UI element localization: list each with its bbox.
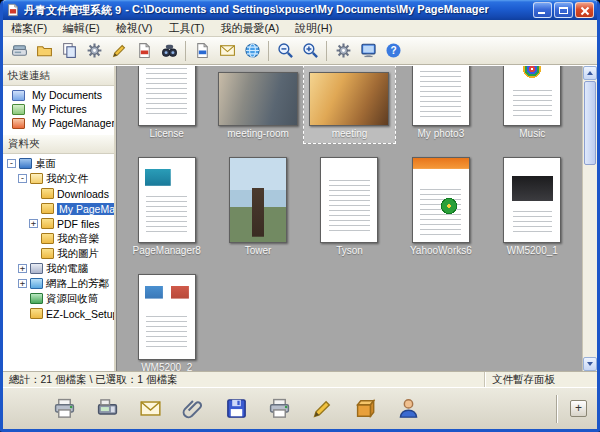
tree-item-recycle-bin[interactable]: 資源回收筒 <box>3 291 114 306</box>
thumbnail-meeting[interactable]: meeting <box>304 66 395 143</box>
menu-file[interactable]: 檔案(F) <box>3 20 55 37</box>
package-button[interactable] <box>350 394 380 424</box>
menu-favorites[interactable]: 我的最愛(A) <box>212 20 287 37</box>
thumbnail-view[interactable]: Licensemeeting-roommeetingMy photo3Music… <box>116 66 582 371</box>
quick-link-my-pagemanager[interactable]: My PageManager <box>3 116 114 130</box>
quick-link-my-documents[interactable]: My Documents <box>3 88 114 102</box>
menu-edit[interactable]: 編輯(E) <box>55 20 108 37</box>
thumbnail-caption: PageManager8 <box>133 245 201 258</box>
tray-add-button[interactable]: + <box>570 400 587 417</box>
folder-icon <box>41 188 54 199</box>
thumbnail-music[interactable]: Music <box>487 66 578 143</box>
display-button[interactable] <box>356 39 380 63</box>
thumbnail-caption: WM5200_2 <box>141 362 192 371</box>
clip-icon <box>182 397 205 420</box>
folder-ez-icon <box>30 308 43 319</box>
thumbnail-license[interactable]: License <box>121 66 212 143</box>
app-window: 丹青文件管理系統 9 - C:\Documents and Settings\x… <box>0 0 600 432</box>
tree-item-ez-lock[interactable]: EZ-Lock_Setup577_tw <box>3 306 114 321</box>
stack-button[interactable] <box>57 39 81 63</box>
tree-item-desktop[interactable]: -桌面 <box>3 156 114 171</box>
tree-item-network-places[interactable]: +網路上的芳鄰 <box>3 276 114 291</box>
thumbnail-pagemanager8[interactable]: PageManager8 <box>121 147 212 260</box>
quick-link-my-pictures[interactable]: My Pictures <box>3 102 114 116</box>
quick-link-label: My Documents <box>32 89 102 101</box>
scrollbar-thumb[interactable] <box>584 81 596 165</box>
document-tray: + <box>3 387 597 429</box>
tree-item-pdf-files[interactable]: +PDF files <box>3 216 114 231</box>
minimize-button[interactable] <box>533 2 552 18</box>
web-button[interactable] <box>240 39 264 63</box>
tree-item-my-pictures[interactable]: 我的圖片 <box>3 246 114 261</box>
scroll-down-button[interactable] <box>583 357 597 371</box>
thumbnail-tyson[interactable]: Tyson <box>304 147 395 260</box>
folder-tree: -桌面-我的文件DownloadsMy PageManager+PDF file… <box>3 154 114 371</box>
edit-button[interactable] <box>307 394 337 424</box>
mail-button[interactable] <box>135 394 165 424</box>
vertical-scrollbar[interactable] <box>582 66 597 371</box>
folder-icon <box>41 218 54 229</box>
tree-expander[interactable]: - <box>18 174 27 183</box>
cube-icon <box>354 397 377 420</box>
tree-item-label: 資源回收筒 <box>46 292 99 306</box>
thumbnail-caption: Music <box>519 128 545 141</box>
thumbnail-caption: Tower <box>245 245 272 258</box>
help-button[interactable]: ? <box>381 39 405 63</box>
mypm-icon <box>12 118 25 129</box>
close-button[interactable] <box>575 2 594 18</box>
editor-button[interactable] <box>107 39 131 63</box>
tree-item-my-music[interactable]: 我的音樂 <box>3 231 114 246</box>
thumbnail-image <box>412 66 470 126</box>
fax-button[interactable] <box>92 394 122 424</box>
thumbnail-image <box>218 72 298 126</box>
thumbnail-tower[interactable]: Tower <box>212 147 303 260</box>
send-mail-button[interactable] <box>215 39 239 63</box>
quick-link-label: My PageManager <box>32 117 115 129</box>
print-button[interactable] <box>49 394 79 424</box>
tree-item-downloads[interactable]: Downloads <box>3 186 114 201</box>
scroll-up-button[interactable] <box>583 66 597 80</box>
tree-expander[interactable]: + <box>29 219 38 228</box>
thumbnail-wm5200-1[interactable]: WM5200_1 <box>487 147 578 260</box>
thumbnail-image <box>138 274 196 360</box>
zoom-in-button[interactable] <box>298 39 322 63</box>
settings-button[interactable] <box>331 39 355 63</box>
tree-item-my-documents[interactable]: -我的文件 <box>3 171 114 186</box>
save-button[interactable] <box>221 394 251 424</box>
maximize-button[interactable] <box>554 2 573 18</box>
thumbnail-meeting-room[interactable]: meeting-room <box>212 66 303 143</box>
tree-expander[interactable]: - <box>7 159 16 168</box>
menu-help[interactable]: 說明(H) <box>287 20 340 37</box>
thumbnail-caption: WM5200_1 <box>507 245 558 258</box>
convert-document-button[interactable] <box>190 39 214 63</box>
menu-tools[interactable]: 工具(T) <box>160 20 212 37</box>
grid-scroll-content: Licensemeeting-roommeetingMy photo3Music… <box>117 66 582 371</box>
title-bar[interactable]: 丹青文件管理系統 9 - C:\Documents and Settings\x… <box>3 0 597 20</box>
tree-expander[interactable]: + <box>18 279 27 288</box>
minimize-icon <box>538 12 545 14</box>
thumbnail-yahooworks6[interactable]: YahooWorks6 <box>395 147 486 260</box>
menu-view[interactable]: 檢視(V) <box>108 20 161 37</box>
thumbnail-my-photo3[interactable]: My photo3 <box>395 66 486 143</box>
monitor-icon <box>360 42 377 59</box>
scan-button[interactable] <box>7 39 31 63</box>
zoom-out-button[interactable] <box>273 39 297 63</box>
scrollbar-track[interactable] <box>583 80 597 357</box>
tree-item-my-computer[interactable]: +我的電腦 <box>3 261 114 276</box>
main-toolbar: ? <box>3 37 597 65</box>
search-button[interactable] <box>157 39 181 63</box>
tree-expander[interactable]: + <box>18 264 27 273</box>
thumbnail-wm5200-2[interactable]: WM5200_2 <box>121 264 212 371</box>
folders-header: 資料夾 <box>3 134 114 154</box>
tree-item-my-pagemanager[interactable]: My PageManager <box>3 201 114 216</box>
thumbnail-image <box>138 157 196 243</box>
open-folder-button[interactable] <box>32 39 56 63</box>
thumbnail-page <box>309 66 389 126</box>
pdf-button[interactable] <box>132 39 156 63</box>
tools-button[interactable] <box>82 39 106 63</box>
attach-button[interactable] <box>178 394 208 424</box>
toolbar-separator <box>326 41 327 61</box>
share-button[interactable] <box>393 394 423 424</box>
status-bar: 總計：21 個檔案 \ 已選取：1 個檔案 文件暫存面板 <box>3 371 597 387</box>
print-page-button[interactable] <box>264 394 294 424</box>
